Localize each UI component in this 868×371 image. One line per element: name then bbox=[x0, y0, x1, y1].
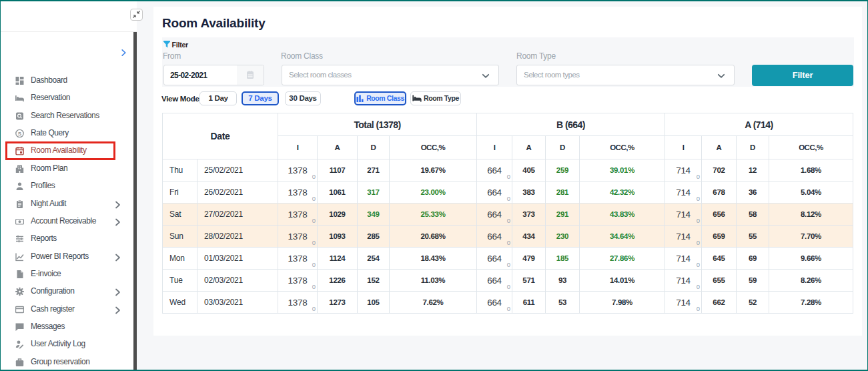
svg-text:S: S bbox=[17, 131, 21, 137]
